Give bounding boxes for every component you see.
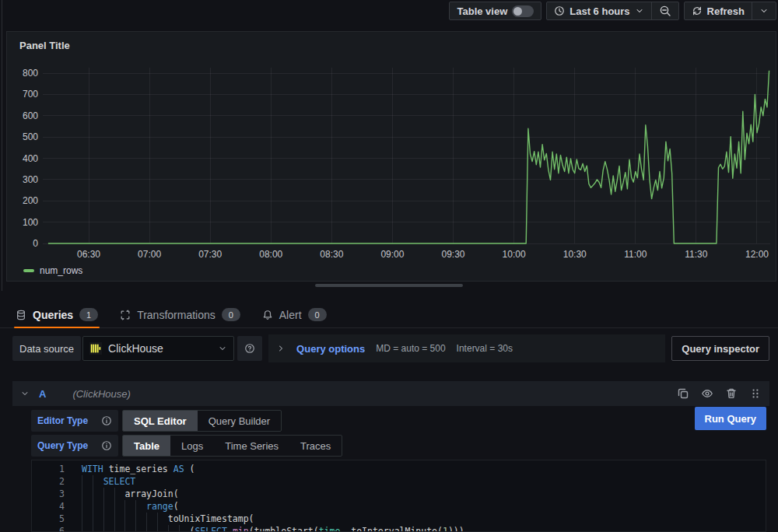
svg-text:400: 400 — [23, 153, 38, 164]
svg-text:600: 600 — [23, 110, 38, 121]
clickhouse-logo-icon — [89, 342, 102, 355]
drag-handle-icon[interactable] — [749, 387, 762, 400]
svg-text:08:00: 08:00 — [259, 249, 282, 260]
table-view-switch[interactable] — [512, 5, 534, 17]
query-type-group: Table Logs Time Series Traces — [122, 435, 342, 457]
code-line[interactable]: 3arrayJoin( — [32, 488, 766, 500]
active-tab-underline — [14, 327, 100, 328]
query-inspector-button[interactable]: Query inspector — [671, 336, 769, 361]
panel-resize-handle[interactable] — [315, 284, 463, 287]
query-options-label[interactable]: Query options — [296, 343, 365, 355]
query-options-max-data-points: MD = auto = 500 — [376, 343, 445, 354]
query-type-label: Query Type — [37, 440, 88, 451]
tab-transformations-count: 0 — [222, 308, 240, 321]
svg-text:07:00: 07:00 — [138, 249, 161, 260]
query-builder-option[interactable]: Query Builder — [198, 411, 281, 431]
duplicate-query-icon[interactable] — [677, 387, 689, 400]
svg-text:09:00: 09:00 — [380, 249, 404, 260]
database-icon — [16, 310, 26, 320]
svg-text:08:30: 08:30 — [320, 249, 343, 260]
refresh-icon — [692, 5, 703, 16]
editor-type-label: Editor Type — [37, 415, 88, 426]
time-range-picker[interactable]: Last 6 hours — [547, 2, 650, 19]
bell-icon — [262, 310, 273, 320]
datasource-selected-value: ClickHouse — [108, 342, 212, 355]
editor-type-group: SQL Editor Query Builder — [122, 410, 282, 432]
hide-response-eye-icon[interactable] — [701, 387, 713, 400]
tab-alert[interactable]: Alert 0 — [261, 302, 328, 328]
datasource-picker[interactable]: ClickHouse — [82, 336, 234, 361]
sql-editor-option[interactable]: SQL Editor — [123, 411, 198, 431]
tab-queries-label: Queries — [33, 309, 73, 321]
query-type-table-option[interactable]: Table — [123, 436, 170, 456]
table-view-group: Table view — [449, 2, 541, 20]
query-datasource-name: (ClickHouse) — [72, 388, 130, 400]
query-type-traces-option[interactable]: Traces — [289, 436, 342, 456]
run-query-button[interactable]: Run Query — [695, 407, 766, 430]
svg-text:10:30: 10:30 — [563, 249, 587, 260]
grafana-panel-edit-screen: Table view Last 6 hours Refresh — [0, 0, 778, 532]
query-editor-row: A (ClickHouse) Editor Type SQL Editor Qu… — [12, 381, 769, 532]
topbar: Table view Last 6 hours Refresh — [0, 0, 778, 22]
chart-legend[interactable]: num_rows — [23, 265, 82, 276]
query-type-timeseries-option[interactable]: Time Series — [214, 436, 289, 456]
refresh-button[interactable]: Refresh — [685, 2, 752, 19]
query-row-actions — [677, 387, 762, 400]
svg-text:11:00: 11:00 — [624, 249, 647, 260]
tab-queries-count: 1 — [79, 308, 98, 321]
chevron-down-icon — [759, 6, 769, 16]
svg-text:12:00: 12:00 — [745, 249, 769, 260]
tab-transformations-label: Transformations — [137, 309, 216, 321]
query-type-logs-option[interactable]: Logs — [170, 436, 214, 456]
tab-queries[interactable]: Queries 1 — [14, 302, 100, 328]
time-controls-group: Last 6 hours — [546, 2, 678, 20]
editor-type-row: Editor Type SQL Editor Query Builder — [31, 410, 282, 432]
sql-code-editor[interactable]: 1WITH time_series AS (2SELECT3arrayJoin(… — [31, 460, 766, 532]
editor-type-field-label: Editor Type — [31, 410, 118, 432]
table-view-toggle[interactable]: Table view — [450, 2, 541, 19]
info-circle-icon — [101, 415, 112, 426]
chevron-right-icon — [276, 344, 286, 353]
table-view-label: Table view — [457, 5, 507, 17]
refresh-interval-dropdown[interactable] — [752, 2, 776, 19]
svg-text:09:30: 09:30 — [442, 249, 465, 260]
svg-text:07:30: 07:30 — [198, 249, 222, 260]
code-line[interactable]: 6(SELECT min(tumbleStart(time, toInterva… — [32, 525, 766, 532]
zoom-out-icon — [659, 5, 671, 17]
code-line[interactable]: 2SELECT — [32, 475, 766, 488]
code-line[interactable]: 4range( — [32, 500, 766, 513]
query-options-interval: Interval = 30s — [457, 343, 513, 354]
zoom-out-button[interactable] — [652, 2, 678, 19]
svg-text:11:30: 11:30 — [685, 249, 707, 260]
toggle-knob — [513, 7, 522, 16]
chevron-down-icon[interactable] — [20, 389, 30, 398]
legend-series-label[interactable]: num_rows — [40, 265, 82, 276]
code-line[interactable]: 1WITH time_series AS ( — [32, 463, 766, 475]
time-range-label: Last 6 hours — [569, 5, 629, 17]
svg-text:300: 300 — [23, 174, 38, 185]
tab-alert-count: 0 — [308, 308, 327, 321]
query-options-collapse[interactable]: Query options MD = auto = 500 Interval =… — [268, 334, 665, 362]
svg-text:06:30: 06:30 — [77, 249, 100, 260]
panel-preview: Panel Title 010020030040050060070080006:… — [6, 31, 776, 282]
left-edge-divider — [2, 0, 2, 291]
legend-swatch — [23, 269, 34, 272]
datasource-help-button[interactable] — [237, 336, 262, 361]
info-circle-icon — [101, 440, 112, 451]
query-type-field-label: Query Type — [31, 435, 118, 457]
datasource-row: Data source ClickHouse Query options MD … — [12, 334, 769, 362]
code-line[interactable]: 5toUnixTimestamp( — [32, 513, 766, 525]
query-row-header[interactable]: A (ClickHouse) — [12, 381, 769, 406]
svg-text:800: 800 — [23, 68, 38, 79]
transform-icon — [120, 310, 131, 320]
time-series-chart[interactable]: 010020030040050060070080006:3007:0007:30… — [7, 66, 771, 268]
tab-alert-label: Alert — [279, 309, 302, 321]
delete-query-trash-icon[interactable] — [725, 387, 738, 400]
chevron-down-icon — [218, 344, 227, 353]
panel-title[interactable]: Panel Title — [19, 40, 70, 51]
tab-transformations[interactable]: Transformations 0 — [118, 302, 242, 328]
chevron-down-icon — [635, 6, 644, 16]
editor-tabs: Queries 1 Transformations 0 Alert 0 — [0, 302, 778, 328]
help-circle-icon — [244, 342, 255, 355]
svg-text:0: 0 — [33, 238, 38, 249]
